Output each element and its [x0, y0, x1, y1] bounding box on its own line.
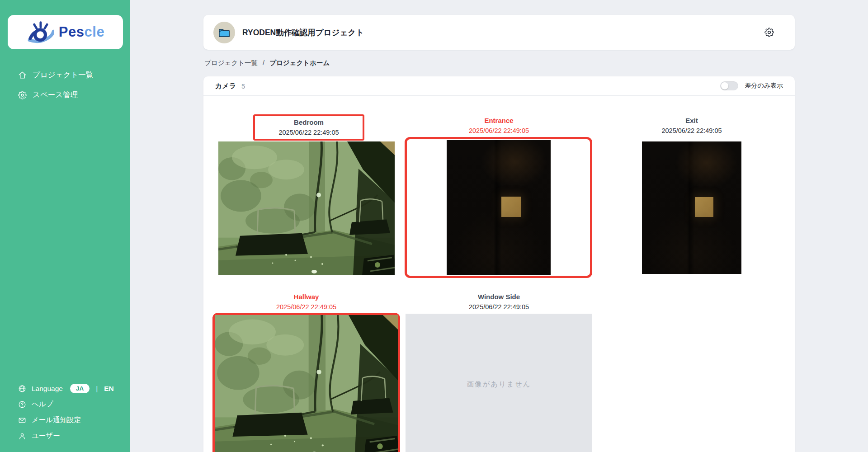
camera-label-exit: Exit 2025/06/22 22:49:05 [598, 115, 786, 136]
camera-name: Hallway [212, 292, 400, 302]
camera-timestamp: 2025/06/22 22:49:05 [406, 126, 592, 136]
globe-icon [18, 385, 26, 393]
camera-timestamp: 2025/06/22 22:49:05 [406, 302, 592, 312]
app-logo[interactable]: Pescle [8, 15, 123, 49]
app-root: Pescle プロジェクト一覧 スペース管理 [0, 0, 868, 452]
breadcrumb-separator: / [263, 59, 264, 66]
sidebar-item-space-management[interactable]: スペース管理 [0, 85, 130, 105]
help-link[interactable]: ヘルプ [0, 396, 130, 412]
diff-only-toggle[interactable] [720, 81, 738, 90]
camera-image-bedroom[interactable] [218, 141, 395, 275]
logo-wordmark: Pescle [59, 24, 104, 40]
toggle-knob [721, 82, 728, 89]
sidebar-item-label: プロジェクト一覧 [33, 70, 93, 80]
camera-alert-image-box-entrance [405, 137, 592, 278]
project-avatar [213, 22, 235, 43]
camera-name: Window Side [406, 292, 592, 302]
camera-image-placeholder-window-side: 画像がありません [406, 314, 592, 452]
camera-count: 5 [241, 82, 245, 90]
sidebar-footer: Language JA | EN ヘルプ メール通知設定 [0, 381, 130, 444]
user-icon [18, 432, 26, 440]
sidebar-nav: プロジェクト一覧 スペース管理 [0, 65, 130, 105]
no-image-text: 画像がありません [467, 380, 531, 389]
sidebar-item-projects[interactable]: プロジェクト一覧 [0, 65, 130, 85]
mail-settings-label: メール通知設定 [32, 415, 81, 425]
camera-name: Entrance [406, 115, 592, 126]
project-settings-button[interactable] [764, 28, 774, 37]
breadcrumb-current: プロジェクトホーム [269, 59, 330, 66]
camera-panel-header: カメラ 5 差分のみ表示 [203, 76, 795, 96]
lang-en-button[interactable]: EN [104, 385, 114, 393]
help-icon [18, 400, 26, 409]
pescle-eye-icon [26, 20, 54, 44]
camera-image-hallway[interactable] [215, 315, 398, 452]
gear-icon [18, 91, 27, 99]
camera-panel-title: カメラ [215, 82, 236, 90]
home-icon [18, 71, 27, 80]
mail-icon [18, 416, 26, 424]
camera-name: Bedroom [255, 117, 363, 127]
lang-ja-button[interactable]: JA [70, 384, 90, 393]
camera-name: Exit [598, 115, 786, 126]
breadcrumb-projects-link[interactable]: プロジェクト一覧 [204, 59, 258, 66]
language-label: Language [32, 385, 63, 393]
project-header: RYODEN動作確認用プロジェクト [203, 15, 795, 50]
lang-divider: | [96, 385, 98, 393]
sidebar: Pescle プロジェクト一覧 スペース管理 [0, 0, 130, 452]
user-link[interactable]: ユーザー [0, 428, 130, 444]
page-title: RYODEN動作確認用プロジェクト [242, 27, 364, 38]
camera-timestamp: 2025/06/22 22:49:05 [212, 302, 400, 312]
gear-icon [764, 28, 774, 37]
folder-icon [218, 28, 230, 38]
camera-image-entrance[interactable] [447, 140, 551, 275]
camera-alert-image-box-hallway [212, 313, 400, 452]
user-label: ユーザー [32, 431, 60, 441]
camera-label-entrance: Entrance 2025/06/22 22:49:05 [406, 115, 592, 136]
sidebar-item-label: スペース管理 [33, 90, 78, 100]
camera-image-exit[interactable] [642, 141, 741, 274]
camera-label-hallway: Hallway 2025/06/22 22:49:05 [212, 292, 400, 312]
language-switcher: Language JA | EN [0, 381, 130, 396]
camera-label-window-side: Window Side 2025/06/22 22:49:05 [406, 292, 592, 312]
camera-timestamp: 2025/06/22 22:49:05 [598, 126, 786, 136]
diff-only-toggle-label: 差分のみ表示 [745, 82, 783, 90]
camera-alert-label-box-bedroom: Bedroom 2025/06/22 22:49:05 [253, 114, 364, 141]
help-label: ヘルプ [32, 400, 53, 409]
mail-settings-link[interactable]: メール通知設定 [0, 412, 130, 428]
breadcrumb: プロジェクト一覧 / プロジェクトホーム [204, 59, 330, 67]
camera-timestamp: 2025/06/22 22:49:05 [255, 127, 363, 138]
